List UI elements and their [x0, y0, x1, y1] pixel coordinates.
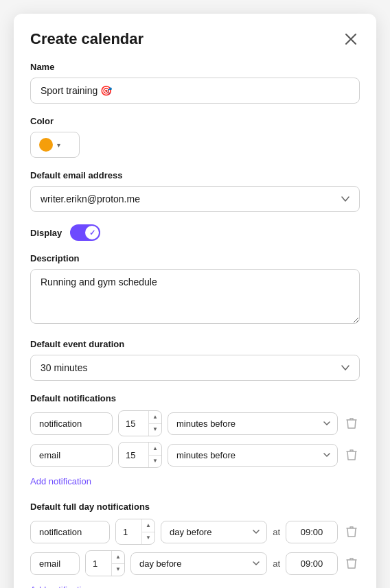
- color-field-group: Color ▾: [30, 116, 360, 158]
- modal-title: Create calendar: [30, 30, 144, 48]
- fullday-unit-select-2[interactable]: day before days before: [130, 552, 267, 575]
- description-textarea[interactable]: Running and gym schedule: [30, 269, 360, 324]
- name-input[interactable]: [30, 78, 360, 104]
- fullday-type-wrap-1: notification email push: [30, 521, 110, 543]
- fullday-type-select-1[interactable]: notification email push: [31, 521, 109, 543]
- email-label: Default email address: [30, 170, 360, 180]
- toggle-check-icon: ✓: [89, 228, 95, 237]
- notif-type-wrap-1: notification email push: [30, 412, 113, 435]
- fullday-amount-wrap-2: ▲ ▼: [85, 550, 125, 576]
- email-field-group: Default email address writer.erikn@proto…: [30, 170, 360, 212]
- toggle-knob: ✓: [85, 226, 99, 239]
- display-toggle[interactable]: ✓: [70, 224, 100, 241]
- notif-type-select-1[interactable]: notification email push: [31, 413, 112, 434]
- delete-fullday-1-button[interactable]: [343, 523, 360, 541]
- close-button[interactable]: [342, 30, 360, 48]
- default-notifications-section: Default notifications notification email…: [30, 393, 360, 502]
- fullday-spinner-arrows-1: ▲ ▼: [141, 519, 154, 544]
- at-label-1: at: [273, 527, 280, 537]
- delete-notification-1-button[interactable]: [343, 414, 360, 432]
- fullday-unit-select-1[interactable]: day before days before: [161, 521, 267, 543]
- spinner-up-1[interactable]: ▲: [149, 411, 161, 424]
- create-calendar-modal: Create calendar Name Color ▾ Default ema…: [14, 14, 376, 588]
- display-row: Display ✓: [30, 224, 360, 241]
- trash-icon: [346, 557, 357, 569]
- add-fullday-notification-button[interactable]: Add notification: [30, 582, 91, 588]
- fullday-time-input-1[interactable]: [286, 521, 338, 543]
- duration-select[interactable]: 15 minutes 30 minutes 45 minutes 1 hour: [30, 355, 360, 381]
- fullday-row-2: notification email push ▲ ▼ day before d…: [30, 550, 360, 576]
- default-notifications-label: Default notifications: [30, 393, 360, 403]
- fullday-spinner-down-1[interactable]: ▼: [142, 532, 154, 545]
- fullday-row-1: notification email push ▲ ▼ day before d…: [30, 519, 360, 545]
- email-select[interactable]: writer.erikn@proton.me: [30, 186, 360, 212]
- fullday-amount-wrap-1: ▲ ▼: [115, 519, 155, 545]
- add-notification-button[interactable]: Add notification: [30, 473, 91, 489]
- notif-type-wrap-2: notification email push: [30, 444, 113, 467]
- chevron-down-icon: ▾: [57, 141, 60, 149]
- notification-row-1: notification email push ▲ ▼ minutes befo…: [30, 410, 360, 436]
- color-picker-button[interactable]: ▾: [30, 132, 80, 158]
- name-field-group: Name: [30, 62, 360, 104]
- display-label: Display: [30, 228, 62, 238]
- fullday-spinner-arrows-2: ▲ ▼: [111, 551, 124, 576]
- trash-icon: [346, 526, 357, 538]
- color-dot: [39, 138, 53, 152]
- duration-field-group: Default event duration 15 minutes 30 min…: [30, 339, 360, 381]
- notif-amount-wrap-1: ▲ ▼: [118, 410, 162, 436]
- fullday-spinner-up-2[interactable]: ▲: [112, 551, 124, 564]
- spinner-down-2[interactable]: ▼: [149, 456, 161, 468]
- notif-amount-input-2[interactable]: [119, 445, 148, 466]
- delete-fullday-2-button[interactable]: [343, 554, 360, 572]
- notif-amount-input-1[interactable]: [119, 413, 148, 434]
- description-field-group: Description Running and gym schedule: [30, 253, 360, 327]
- close-icon: [345, 33, 357, 45]
- fullday-notifications-section: Default full day notifications notificat…: [30, 502, 360, 588]
- fullday-type-select-2[interactable]: notification email push: [31, 553, 80, 574]
- spinner-arrows-2: ▲ ▼: [148, 443, 161, 467]
- spinner-up-2[interactable]: ▲: [149, 443, 161, 456]
- fullday-spinner-down-2[interactable]: ▼: [112, 564, 124, 576]
- fullday-spinner-up-1[interactable]: ▲: [142, 519, 154, 532]
- fullday-time-input-2[interactable]: [286, 552, 338, 575]
- notif-amount-wrap-2: ▲ ▼: [118, 442, 162, 468]
- notification-row-2: notification email push ▲ ▼ minutes befo…: [30, 442, 360, 468]
- notif-type-select-2[interactable]: notification email push: [31, 445, 112, 466]
- fullday-notifications-label: Default full day notifications: [30, 502, 360, 512]
- delete-notification-2-button[interactable]: [343, 446, 360, 464]
- trash-icon: [346, 449, 357, 461]
- fullday-amount-input-1[interactable]: [116, 521, 141, 543]
- spinner-down-1[interactable]: ▼: [149, 424, 161, 436]
- spinner-arrows-1: ▲ ▼: [148, 411, 161, 436]
- trash-icon: [346, 417, 357, 430]
- name-label: Name: [30, 62, 360, 72]
- notif-unit-select-1[interactable]: minutes before hours before days before: [168, 412, 338, 435]
- modal-header: Create calendar: [30, 30, 360, 48]
- description-label: Description: [30, 253, 360, 263]
- fullday-amount-input-2[interactable]: [86, 553, 111, 574]
- color-label: Color: [30, 116, 360, 126]
- notif-unit-select-2[interactable]: minutes before hours before days before: [168, 444, 338, 467]
- duration-label: Default event duration: [30, 339, 360, 349]
- at-label-2: at: [273, 558, 280, 569]
- fullday-type-wrap-2: notification email push: [30, 552, 80, 575]
